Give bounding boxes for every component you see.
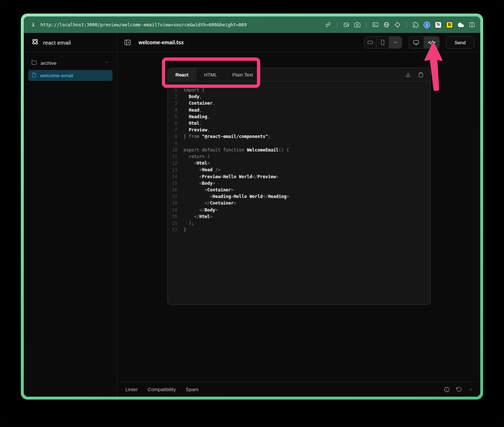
code-editor[interactable]: 1import {2 Body,3 Container,4 Head,5 Hea… — [168, 82, 430, 233]
code-line: 11 return ( — [171, 153, 425, 160]
sidebar-collapse-icon[interactable] — [122, 37, 133, 48]
file-icon — [31, 72, 37, 79]
download-icon[interactable] — [405, 72, 411, 78]
main-header: welcome-email.tsx — [117, 33, 480, 52]
source-format-tabs: React HTML Plain Text — [168, 68, 430, 82]
globe-icon[interactable] — [383, 22, 390, 28]
chevron-down-icon[interactable] — [105, 60, 109, 66]
code-line: 16 <Container> — [171, 187, 425, 193]
code-line: 20 </Html> — [171, 213, 425, 220]
tab-linter[interactable]: Linter — [125, 387, 138, 392]
email-tree: archive welcome-email — [24, 52, 117, 86]
code-line: 2 Body, — [171, 93, 425, 100]
sidebar-item-archive[interactable]: archive — [28, 58, 113, 68]
viewport-size-group — [364, 36, 402, 49]
send-button[interactable]: Send — [446, 36, 474, 49]
code-line: 3 Container, — [171, 100, 425, 106]
address-bar-url[interactable]: http://localhost:3000/preview/welcome-em… — [41, 22, 247, 27]
source-code-button[interactable]: </> — [424, 37, 439, 48]
code-line: 4 Head, — [171, 107, 425, 113]
toolbar-divider — [406, 22, 407, 28]
code-line: 18 </Container> — [171, 200, 425, 206]
code-line: 7 Preview, — [171, 127, 425, 133]
welcome-email-label: welcome-email — [40, 73, 73, 78]
code-line: 17 <Heading>Hello World</Heading> — [171, 193, 425, 200]
copy-link-icon[interactable] — [325, 22, 331, 28]
viewport-options-dropdown[interactable] — [389, 37, 402, 48]
cloud-icon[interactable] — [458, 22, 464, 28]
browser-window: i http://localhost:3000/preview/welcome-… — [21, 14, 483, 400]
terminal-icon[interactable] — [372, 22, 379, 28]
code-line: 1import { — [171, 87, 425, 93]
onepassword-extension-icon[interactable]: 1 — [424, 22, 430, 28]
tab-spam[interactable]: Spam — [186, 387, 198, 392]
code-line: 6 Html, — [171, 120, 425, 127]
toolbar-divider — [366, 22, 367, 28]
split-view-icon[interactable] — [469, 22, 475, 28]
view-mode-group: </> — [408, 36, 440, 49]
desktop-background: i http://localhost:3000/preview/welcome-… — [0, 0, 504, 427]
crosshair-icon[interactable] — [394, 22, 401, 28]
fit-width-button[interactable] — [364, 37, 377, 48]
fit-height-button[interactable] — [377, 37, 389, 48]
code-line: 5 Heading, — [171, 113, 425, 120]
source-viewer-panel: React HTML Plain Text — [167, 68, 431, 305]
media-icon[interactable] — [343, 22, 349, 28]
page-title: welcome-email.tsx — [139, 40, 184, 45]
r-extension-icon[interactable]: R — [446, 22, 453, 28]
brand-header: react email — [24, 33, 117, 52]
refresh-icon[interactable] — [456, 386, 462, 392]
code-line: 14 <Preview>Hello World</Preview> — [171, 173, 425, 180]
info-icon[interactable] — [444, 386, 450, 393]
screenshot-camera-icon[interactable] — [354, 22, 360, 28]
desktop-preview-button[interactable] — [409, 37, 424, 48]
brand-name: react email — [43, 40, 71, 46]
code-line: 19 </Body> — [171, 207, 425, 213]
notion-extension-icon[interactable]: N — [435, 22, 442, 28]
code-line: 12 <Html> — [171, 160, 425, 166]
react-email-logo-icon — [31, 38, 39, 47]
archive-folder-label: archive — [41, 60, 57, 66]
collapse-panel-chevron-icon[interactable] — [468, 387, 474, 392]
tab-plain-text[interactable]: Plain Text — [225, 68, 261, 81]
sidebar-item-welcome-email[interactable]: welcome-email — [28, 70, 113, 81]
sidebar: react email archive — [24, 33, 117, 397]
code-line: 21 ); — [171, 220, 425, 226]
code-line: 8} from "@react-email/components"; — [171, 133, 425, 140]
browser-address-bar: i http://localhost:3000/preview/welcome-… — [24, 16, 480, 33]
code-icon: </> — [428, 40, 435, 45]
bottom-panel-bar: Linter Compatibility Spam — [117, 382, 480, 397]
code-line: 22} — [171, 226, 425, 233]
tab-react[interactable]: React — [168, 68, 196, 81]
folder-icon — [31, 60, 37, 66]
copy-to-clipboard-icon[interactable] — [418, 72, 424, 78]
code-line: 13 <Head /> — [171, 166, 425, 173]
extensions-puzzle-icon[interactable] — [413, 22, 419, 28]
tab-html[interactable]: HTML — [196, 68, 224, 81]
code-line: 15 <Body> — [171, 180, 425, 187]
code-line: 9 — [171, 140, 425, 147]
toolbar-divider — [337, 22, 337, 28]
code-line: 10export default function WelcomeEmail()… — [171, 147, 425, 153]
preview-canvas: React HTML Plain Text — [117, 52, 480, 382]
tab-compatibility[interactable]: Compatibility — [148, 387, 176, 392]
page-info-icon[interactable]: i — [32, 22, 35, 27]
